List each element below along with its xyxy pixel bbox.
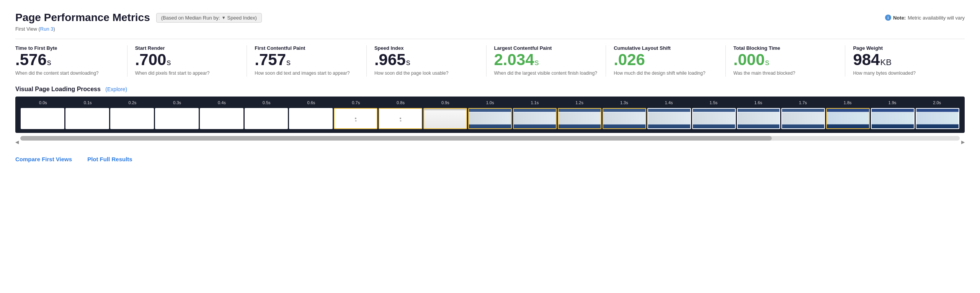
- metric-label-total-blocking-time: Total Blocking Time: [733, 45, 838, 51]
- page-title: Page Performance Metrics: [15, 11, 150, 24]
- timeline-frame-19[interactable]: [871, 108, 915, 129]
- timeline-frame-20[interactable]: [916, 108, 959, 129]
- note-text: Metric availability will vary: [908, 15, 965, 21]
- metric-item-start-render: Start Render .700s When did pixels first…: [135, 45, 247, 77]
- metric-item-time-to-first-byte: Time to First Byte .576s When did the co…: [15, 45, 127, 77]
- frame-inner-13: [603, 109, 645, 128]
- timeline-label-17: 1.7s: [781, 100, 825, 105]
- median-text: (Based on Median Run by:: [161, 15, 220, 21]
- sim-body-13: [603, 113, 645, 124]
- visual-loading-section: Visual Page Loading Process (Explore) 0.…: [15, 86, 965, 148]
- sim-footer-12: [559, 124, 601, 128]
- timeline-frame-13[interactable]: [603, 108, 646, 129]
- metric-number-total-blocking-time: .000: [733, 52, 765, 68]
- timeline-label-11: 1.1s: [512, 100, 557, 105]
- metric-item-first-contentful-paint: First Contentful Paint .757s How soon di…: [255, 45, 367, 77]
- timeline-label-10: 1.0s: [468, 100, 513, 105]
- sim-body-10: [469, 113, 511, 124]
- sim-body-12: [559, 113, 601, 124]
- metric-desc-total-blocking-time: Was the main thread blocked?: [733, 70, 838, 77]
- frame-inner-12: [559, 109, 601, 128]
- metric-unit-speed-index: s: [406, 58, 410, 67]
- metrics-grid: Time to First Byte .576s When did the co…: [15, 39, 965, 77]
- timeline-frame-3[interactable]: [155, 108, 199, 129]
- timeline-frame-0[interactable]: [21, 108, 64, 129]
- timeline-frame-2[interactable]: [110, 108, 154, 129]
- sim-header-20: [916, 109, 959, 112]
- scrollbar[interactable]: [20, 136, 960, 141]
- scroll-right-icon[interactable]: ▶: [961, 139, 965, 145]
- sim-header-13: [603, 109, 645, 112]
- sim-footer-18: [827, 124, 869, 128]
- sim-footer-17: [782, 124, 824, 128]
- metric-number-speed-index: .965: [374, 52, 406, 68]
- metric-label-start-render: Start Render: [135, 45, 239, 51]
- median-sort: Speed Index): [227, 15, 257, 21]
- timeline-label-9: 0.9s: [423, 100, 468, 105]
- metric-label-time-to-first-byte: Time to First Byte: [15, 45, 119, 51]
- timeline-frame-10[interactable]: [468, 108, 512, 129]
- sim-header-18: [827, 109, 869, 112]
- sim-footer-11: [514, 124, 556, 128]
- frame-inner-15: [693, 109, 735, 128]
- frame-inner-8: -: [379, 109, 421, 128]
- timeline-frame-16[interactable]: [737, 108, 781, 129]
- first-view-label: First View: [15, 26, 37, 32]
- timeline-frame-11[interactable]: [513, 108, 557, 129]
- metric-label-cumulative-layout-shift: Cumulative Layout Shift: [614, 45, 718, 51]
- metric-value-speed-index: .965s: [374, 52, 479, 68]
- plot-full-results-link[interactable]: Plot Full Results: [87, 156, 132, 162]
- metric-desc-cumulative-layout-shift: How much did the design shift while load…: [614, 70, 718, 77]
- timeline-frame-7[interactable]: -: [334, 108, 377, 129]
- frame-inner-0: [21, 109, 64, 128]
- frame-inner-2: [111, 109, 153, 128]
- metric-unit-page-weight: KB: [880, 58, 891, 67]
- scroll-left-icon[interactable]: ◀: [15, 139, 19, 145]
- explore-link[interactable]: (Explore): [105, 86, 127, 92]
- frame-inner-14: [648, 109, 690, 128]
- timeline-frame-8[interactable]: -: [379, 108, 422, 129]
- timeline-frame-6[interactable]: [289, 108, 333, 129]
- sim-body-11: [514, 113, 556, 124]
- metric-unit-time-to-first-byte: s: [47, 58, 51, 67]
- timeline-frame-15[interactable]: [692, 108, 736, 129]
- page-container: Page Performance Metrics (Based on Media…: [0, 0, 980, 293]
- metric-unit-total-blocking-time: s: [765, 58, 769, 67]
- metric-value-largest-contentful-paint: 2.034s: [494, 52, 598, 68]
- timeline-frame-4[interactable]: [200, 108, 243, 129]
- metric-value-first-contentful-paint: .757s: [255, 52, 359, 68]
- timeline-frame-17[interactable]: [781, 108, 825, 129]
- sim-header-19: [872, 109, 914, 112]
- run-link[interactable]: Run 3: [40, 26, 54, 32]
- footer-links: Compare First Views Plot Full Results: [15, 156, 965, 162]
- sim-body-20: [916, 113, 959, 124]
- timeline-label-12: 1.2s: [557, 100, 602, 105]
- title-group: Page Performance Metrics (Based on Media…: [15, 11, 262, 24]
- metric-item-speed-index: Speed Index .965s How soon did the page …: [374, 45, 487, 77]
- timeline-frame-12[interactable]: [558, 108, 601, 129]
- timeline-label-13: 1.3s: [602, 100, 647, 105]
- timeline-frame-9[interactable]: [423, 108, 467, 129]
- timeline-label-0: 0.0s: [21, 100, 65, 105]
- metric-unit-first-contentful-paint: s: [286, 58, 291, 67]
- metric-item-total-blocking-time: Total Blocking Time .000s Was the main t…: [733, 45, 846, 77]
- timeline-frame-1[interactable]: [65, 108, 109, 129]
- median-badge[interactable]: (Based on Median Run by: ▼ Speed Index): [156, 13, 262, 23]
- timeline-frame-18[interactable]: [826, 108, 870, 129]
- sim-footer-10: [469, 124, 511, 128]
- timeline-frame-14[interactable]: [647, 108, 691, 129]
- sim-header-9: [424, 109, 466, 110]
- frame-inner-20: [916, 109, 959, 128]
- timeline-label-15: 1.5s: [691, 100, 736, 105]
- timeline-labels: 0.0s0.1s0.2s0.3s0.4s0.5s0.6s0.7s0.8s0.9s…: [21, 100, 959, 105]
- sim-body-18: [827, 113, 869, 124]
- metric-value-start-render: .700s: [135, 52, 239, 68]
- sim-header-16: [738, 109, 780, 112]
- sim-footer-19: [872, 124, 914, 128]
- metric-label-first-contentful-paint: First Contentful Paint: [255, 45, 359, 51]
- frame-inner-16: [738, 109, 780, 128]
- timeline-wrapper: 0.0s0.1s0.2s0.3s0.4s0.5s0.6s0.7s0.8s0.9s…: [15, 97, 965, 133]
- compare-first-views-link[interactable]: Compare First Views: [15, 156, 72, 162]
- timeline-frame-5[interactable]: [245, 108, 288, 129]
- frame-inner-17: [782, 109, 824, 128]
